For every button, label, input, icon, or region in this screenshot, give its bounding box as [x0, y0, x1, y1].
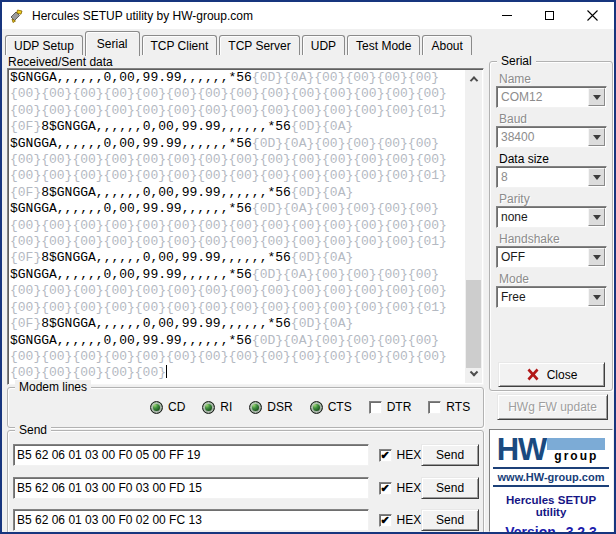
terminal-text-segment: {0D}{0A}	[291, 316, 353, 331]
send-button-2[interactable]: Send	[421, 477, 479, 499]
scroll-down-button[interactable]	[465, 366, 482, 383]
terminal-text-segment: 8$GNGGA,,,,,,0,00,99.99,,,,,,*56	[41, 316, 291, 331]
combo-dropdown-button[interactable]	[588, 208, 605, 226]
combo-dropdown-button[interactable]	[588, 168, 605, 186]
hw-group-logo: HW group	[490, 435, 612, 465]
minimize-icon	[502, 15, 512, 16]
text-cursor	[166, 365, 167, 378]
send-button-1[interactable]: Send	[421, 444, 479, 466]
branding-panel: HW group www.HW-group.com Hercules SETUP…	[489, 429, 613, 532]
hex-label: HEX	[397, 481, 422, 495]
terminal-text-segment: $GNGGA,,,,,,0,00,99.99,,,,,,*56	[10, 267, 252, 282]
hex-checkbox-3[interactable]: ✔	[379, 514, 392, 527]
title-bar[interactable]: Hercules SETUP utility by HW-group.com	[2, 2, 614, 29]
modem-led-item-cts: CTS	[310, 400, 352, 414]
terminal-text-segment: {00}{00}{00}{00}{00}{00}{00}{00}{00}{00}…	[10, 300, 447, 315]
scroll-up-button[interactable]	[465, 70, 482, 87]
terminal-text-segment: {0D}{0A}{00}{00}{00}{00}	[252, 136, 439, 151]
combo-dropdown-button[interactable]	[588, 128, 605, 146]
combo-dropdown-button[interactable]	[588, 248, 605, 266]
hwg-fw-update-button[interactable]: HWg FW update	[497, 394, 608, 420]
terminal-line: $GNGGA,,,,,,0,00,99.99,,,,,,*56{0D}{0A}{…	[10, 201, 463, 217]
terminal-text-segment: {00}{00}{00}{00}{00}	[10, 365, 166, 380]
send-input-3[interactable]	[13, 509, 369, 531]
maximize-button[interactable]	[528, 2, 571, 29]
tab-test-mode[interactable]: Test Mode	[347, 35, 420, 55]
close-button-label: Close	[547, 368, 578, 382]
modem-lines-legend: Modem lines	[15, 380, 91, 394]
serial-mode-combo[interactable]: Free	[496, 286, 607, 308]
close-window-button[interactable]	[571, 2, 614, 29]
terminal-text-segment: {00}{00}{00}{00}{00}{00}{00}{00}{00}{00}…	[10, 349, 447, 364]
tab-serial[interactable]: Serial	[85, 31, 140, 56]
terminal-text-segment: {00}{00}{00}{00}{00}{00}{00}{00}{00}{00}…	[10, 218, 447, 233]
combo-dropdown-button[interactable]	[588, 88, 605, 106]
led-indicator-ri	[202, 401, 215, 414]
tab-about[interactable]: About	[422, 35, 471, 55]
terminal-text-segment: $GNGGA,,,,,,0,00,99.99,,,,,,*56	[10, 201, 252, 216]
scrollbar-thumb[interactable]	[466, 280, 481, 368]
app-name-text: Hercules SETUP utility	[490, 494, 612, 518]
tab-udp-setup[interactable]: UDP Setup	[5, 35, 83, 55]
terminal-text-segment: {0D}{0A}{00}{00}{00}{00}	[252, 333, 439, 348]
send-input-2[interactable]	[13, 477, 369, 499]
hex-label: HEX	[397, 448, 422, 462]
website-link[interactable]: www.HW-group.com	[493, 467, 609, 487]
hex-checkbox-2[interactable]: ✔	[379, 482, 392, 495]
send-button-3[interactable]: Send	[421, 509, 479, 531]
terminal-line: $GNGGA,,,,,,0,00,99.99,,,,,,*56{0D}{0A}{…	[10, 136, 463, 152]
combo-dropdown-button[interactable]	[588, 288, 605, 306]
tab-tcp-server[interactable]: TCP Server	[219, 35, 299, 55]
serial-baud-combo[interactable]: 38400	[496, 126, 607, 148]
chevron-down-icon	[593, 175, 601, 180]
modem-led-item-cd: CD	[150, 400, 185, 414]
chevron-down-icon	[593, 215, 601, 220]
terminal-line: {00}{00}{00}{00}{00}{00}{00}{00}{00}{00}…	[10, 218, 463, 234]
serial-name-combo[interactable]: COM12	[496, 86, 607, 108]
serial-data-size-label: Data size	[499, 152, 549, 166]
close-button[interactable]: Close	[498, 362, 605, 387]
terminal-output[interactable]: $GNGGA,,,,,,0,00,99.99,,,,,,*56{0D}{0A}{…	[7, 68, 484, 385]
terminal-line: $GNGGA,,,,,,0,00,99.99,,,,,,*56{0D}{0A}{…	[10, 70, 463, 86]
serial-parity-label: Parity	[499, 192, 530, 206]
minimize-button[interactable]	[485, 2, 528, 29]
terminal-text-segment: {00}{00}{00}{00}{00}{00}{00}{00}{00}{00}…	[10, 152, 447, 167]
combo-value: none	[497, 210, 588, 224]
terminal-text-segment: {0D}{0A}	[291, 185, 353, 200]
chevron-down-icon	[593, 95, 601, 100]
terminal-line: {00}{00}{00}{00}{00}{00}{00}{00}{00}{00}…	[10, 283, 463, 299]
logo-hw-text: HW	[497, 435, 547, 465]
tab-bar: UDP SetupSerialTCP ClientTCP ServerUDPTe…	[2, 29, 614, 55]
terminal-text-segment: $GNGGA,,,,,,0,00,99.99,,,,,,*56	[10, 70, 252, 85]
send-input-1[interactable]	[13, 444, 369, 466]
terminal-text-segment: {00}{00}{00}{00}{00}{00}{00}{00}{00}{00}…	[10, 168, 447, 183]
terminal-line: {00}{00}{00}{00}{00}{00}{00}{00}{00}{00}…	[10, 234, 463, 250]
combo-value: OFF	[497, 250, 588, 264]
hex-checkbox-1[interactable]: ✔	[379, 449, 392, 462]
led-indicator-cd	[150, 401, 163, 414]
terminal-text-segment: {0D}{0A}	[291, 250, 353, 265]
terminal-text: $GNGGA,,,,,,0,00,99.99,,,,,,*56{0D}{0A}{…	[10, 70, 463, 383]
terminal-text-segment: 8$GNGGA,,,,,,0,00,99.99,,,,,,*56	[41, 250, 291, 265]
rts-checkbox[interactable]	[428, 401, 441, 414]
tab-tcp-client[interactable]: TCP Client	[142, 35, 218, 55]
close-icon	[587, 10, 598, 21]
chevron-up-icon	[469, 76, 477, 84]
dtr-checkbox[interactable]	[369, 401, 382, 414]
red-x-icon	[526, 368, 540, 381]
combo-value: COM12	[497, 90, 588, 104]
modem-led-item-ri: RI	[202, 400, 232, 414]
serial-parity-combo[interactable]: none	[496, 206, 607, 228]
serial-data-size-combo[interactable]: 8	[496, 166, 607, 188]
maximize-icon	[545, 11, 554, 20]
serial-handshake-combo[interactable]: OFF	[496, 246, 607, 268]
terminal-text-segment: 8$GNGGA,,,,,,0,00,99.99,,,,,,*56	[41, 185, 291, 200]
led-indicator-dsr	[249, 401, 262, 414]
terminal-line: {0F}8$GNGGA,,,,,,0,00,99.99,,,,,,*56{0D}…	[10, 316, 463, 332]
modem-checkbox-item-rts: RTS	[428, 400, 470, 414]
terminal-text-segment: {0F}	[10, 250, 41, 265]
checkbox-label: RTS	[446, 400, 470, 414]
hex-label: HEX	[397, 513, 422, 527]
tab-udp[interactable]: UDP	[302, 35, 345, 55]
terminal-scrollbar[interactable]	[465, 70, 482, 383]
